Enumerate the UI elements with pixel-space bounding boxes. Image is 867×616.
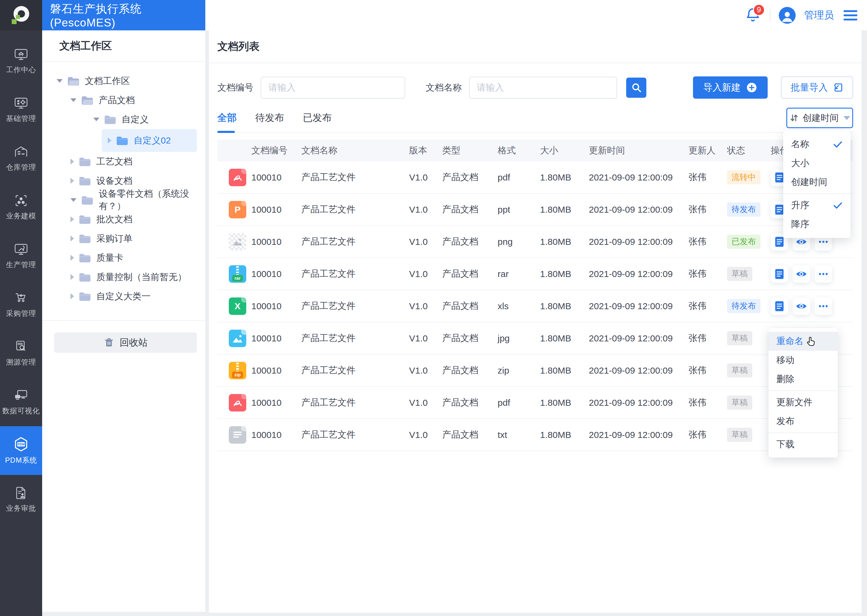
tree-item[interactable]: 质量卡 (71, 248, 197, 267)
caret-right-icon[interactable] (71, 255, 74, 261)
pdm-icon: PDM (13, 436, 29, 453)
status-badge: 已发布 (727, 235, 760, 249)
batch-import-button[interactable]: 批量导入 (781, 76, 853, 99)
row-more-button[interactable] (815, 297, 832, 315)
sidebar-item-base-mgmt[interactable]: 基础管理 (0, 85, 42, 134)
sort-button[interactable]: 创建时间 (786, 108, 853, 128)
sidebar-item-biz-modeling[interactable]: 业务建模 (0, 182, 42, 231)
tree-item-label: 产品文档 (99, 94, 135, 107)
tree-item[interactable]: 采购订单 (71, 229, 197, 248)
tab-待发布[interactable]: 待发布 (255, 111, 284, 132)
table-row: 100010 产品工艺文件 V1.0 产品文档 pdf 1.80MB 2021-… (218, 162, 853, 194)
tree-item[interactable]: 自定义02 (102, 129, 197, 152)
cell-version: V1.0 (409, 204, 442, 215)
context-menu-item[interactable]: 更新文件 (769, 393, 838, 412)
context-menu-item[interactable]: 移动 (769, 351, 838, 370)
column-header: 版本 (409, 145, 442, 157)
user-avatar[interactable] (779, 7, 796, 24)
cell-updated-at: 2021-09-09 12:00:09 (589, 430, 689, 440)
menu-icon[interactable] (842, 9, 859, 22)
cell-doc-no: 100010 (251, 204, 301, 215)
tree-item[interactable]: 自定义 (93, 110, 197, 129)
folder-icon (81, 195, 93, 205)
workspace-panel-title: 文档工作区 (42, 30, 205, 62)
sidebar-item-pdm[interactable]: PDM PDM系统 (0, 426, 42, 475)
document-icon (775, 269, 784, 280)
caret-right-icon[interactable] (71, 159, 74, 165)
document-icon (775, 301, 784, 312)
tree-item-label: 自定义大类一 (96, 290, 151, 303)
tree-item[interactable]: 产品文档 (71, 91, 197, 110)
caret-down-icon[interactable] (57, 79, 63, 83)
tree-item[interactable]: 设备零件文档（系统没有？） (71, 190, 197, 210)
tree-item-label: 批次文档 (96, 213, 132, 226)
caret-down-icon[interactable] (71, 198, 76, 202)
tree-item[interactable]: 自定义大类一 (71, 287, 197, 306)
sidebar-item-trace[interactable]: 溯源管理 (0, 329, 42, 377)
sort-order-option[interactable]: 升序 (783, 196, 850, 215)
workspace-divider (42, 321, 205, 321)
sidebar-item-procurement[interactable]: 采购管理 (0, 280, 42, 329)
cell-doc-no: 100010 (251, 237, 301, 247)
sidebar-item-work-center[interactable]: 工作中心 (0, 36, 42, 85)
tree-item-label: 设备文档 (96, 175, 132, 187)
sort-field-option[interactable]: 创建时间 (783, 173, 850, 192)
row-preview-button[interactable] (793, 297, 810, 315)
caret-right-icon[interactable] (108, 137, 111, 143)
doc-name-input[interactable] (469, 77, 617, 99)
table-header: 文档编号文档名称版本类型格式大小更新时间更新人状态操作 (218, 140, 853, 162)
row-document-button[interactable] (771, 297, 788, 315)
doc-name-label: 文档名称 (426, 82, 462, 94)
context-menu-item[interactable]: 删除 (769, 370, 838, 389)
import-new-button[interactable]: 导入新建 (693, 76, 768, 99)
sidebar-item-label: 基础管理 (6, 114, 36, 123)
status-badge: 流转中 (727, 170, 760, 184)
jpg-file-icon (229, 330, 246, 347)
search-button[interactable] (626, 78, 646, 98)
tab-全部[interactable]: 全部 (218, 111, 236, 132)
context-menu-item[interactable]: 发布 (769, 412, 838, 431)
cell-type: 产品文档 (442, 396, 498, 409)
tree-item[interactable]: 文档工作区 (57, 71, 197, 91)
sidebar-item-label: 仓库管理 (6, 162, 36, 172)
sidebar-item-approval[interactable]: 业务审批 (0, 475, 42, 524)
sidebar-item-label: 生产管理 (6, 260, 36, 269)
ellipsis-icon (818, 272, 828, 276)
eye-icon (796, 237, 807, 246)
folder-icon (79, 157, 91, 167)
context-menu-item[interactable]: 重命名 (769, 332, 838, 351)
row-preview-button[interactable] (793, 265, 810, 283)
menu-divider (783, 193, 850, 194)
sort-field-option[interactable]: 大小 (783, 154, 850, 173)
cell-doc-name: 产品工艺文件 (301, 300, 409, 312)
tree-item[interactable]: 工艺文档 (71, 152, 197, 171)
tree-item[interactable]: 质量控制（当前暂无） (71, 267, 197, 287)
sort-order-option[interactable]: 降序 (783, 215, 850, 234)
filter-row: 文档编号 文档名称 导入新建 批量导入 (218, 76, 853, 99)
sort-field-option[interactable]: 名称 (783, 135, 850, 154)
sidebar-item-data-viz[interactable]: 数据可视化 (0, 377, 42, 426)
caret-down-icon[interactable] (93, 118, 99, 121)
sidebar-item-label: PDM系统 (5, 456, 37, 465)
doc-no-input[interactable] (261, 77, 405, 99)
sidebar-item-warehouse[interactable]: 仓库管理 (0, 134, 42, 182)
recycle-bin-button[interactable]: 回收站 (54, 332, 197, 353)
caret-right-icon[interactable] (71, 216, 74, 222)
caret-right-icon[interactable] (71, 178, 74, 184)
user-name[interactable]: 管理员 (804, 8, 834, 22)
caret-right-icon[interactable] (71, 274, 74, 280)
context-menu-item-label: 重命名 (776, 335, 804, 347)
caret-down-icon[interactable] (71, 98, 76, 102)
tree-item[interactable]: 批次文档 (71, 210, 197, 229)
row-document-button[interactable] (771, 265, 788, 283)
status-badge: 草稿 (727, 331, 752, 345)
cell-type: 产品文档 (442, 300, 498, 312)
row-context-menu: 重命名 移动 删除 更新文件 发布 下载 (769, 328, 838, 457)
notification-bell-button[interactable]: 9 (744, 6, 761, 24)
tab-已发布[interactable]: 已发布 (303, 111, 332, 132)
sidebar-item-production[interactable]: 生产管理 (0, 231, 42, 280)
caret-right-icon[interactable] (71, 236, 74, 242)
context-menu-item[interactable]: 下载 (769, 435, 838, 454)
row-more-button[interactable] (815, 265, 832, 283)
caret-right-icon[interactable] (71, 293, 74, 299)
